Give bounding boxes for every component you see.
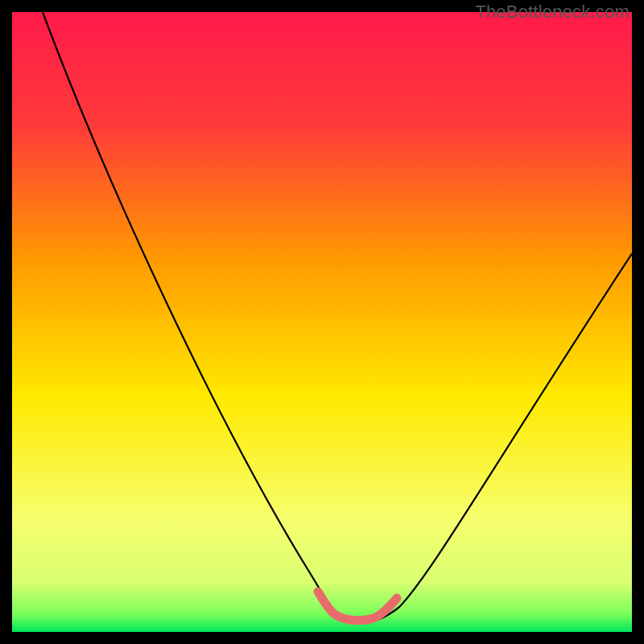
watermark-text: TheBottleneck.com bbox=[475, 2, 630, 23]
bottleneck-chart bbox=[12, 12, 632, 632]
gradient-background bbox=[12, 12, 632, 632]
